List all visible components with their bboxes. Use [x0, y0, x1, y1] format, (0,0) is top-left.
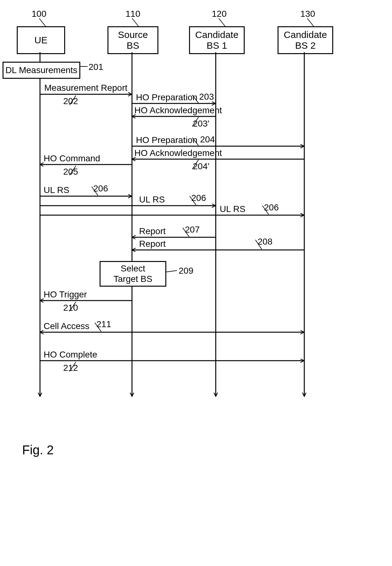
msg-num-204: 204 — [200, 134, 215, 145]
msg-text-204: HO Preparation — [136, 135, 198, 145]
svg-line-0 — [39, 18, 46, 26]
msg-num-208: 208 — [258, 237, 273, 247]
msg-num-207: 207 — [185, 225, 200, 235]
msg-num-205: 205 — [63, 167, 78, 177]
msg-num-212: 212 — [63, 363, 78, 373]
msg-text-211: Cell Access — [44, 321, 89, 331]
figure-caption: Fig. 2 — [22, 443, 54, 457]
svg-line-3 — [307, 18, 314, 26]
msg-num-203a: 203' — [193, 119, 209, 129]
msg-text-205: HO Command — [44, 153, 100, 164]
msg-text-206b: UL RS — [139, 195, 165, 205]
svg-line-2 — [219, 18, 225, 26]
msg-num-206a: 206 — [93, 183, 108, 194]
msg-text-212: HO Complete — [44, 350, 97, 360]
svg-line-1 — [132, 18, 138, 26]
msg-num-203: 203 — [199, 92, 214, 102]
sequence-diagram: 100 110 120 130 UE Source BS Candidate B… — [0, 0, 392, 566]
msg-num-202: 202 — [63, 96, 78, 106]
msg-text-210: HO Trigger — [44, 289, 87, 300]
msg-num-206c: 206 — [264, 202, 279, 213]
msg-num-211: 211 — [96, 319, 111, 329]
msg-num-210: 210 — [63, 303, 78, 313]
msg-text-203: HO Preparation — [136, 92, 198, 103]
msg-text-203a: HO Acknowledgement — [134, 105, 222, 115]
msg-text-208: Report — [139, 239, 166, 249]
msg-num-206b: 206 — [191, 193, 206, 203]
msg-text-206c: UL RS — [220, 204, 245, 214]
svg-line-5 — [165, 271, 177, 272]
msg-text-206a: UL RS — [44, 185, 69, 195]
msg-text-204a: HO Acknowledgement — [134, 148, 222, 158]
msg-text-207: Report — [139, 226, 166, 236]
msg-text-202: Measurement Report — [44, 83, 127, 93]
msg-num-204a: 204' — [193, 161, 209, 171]
